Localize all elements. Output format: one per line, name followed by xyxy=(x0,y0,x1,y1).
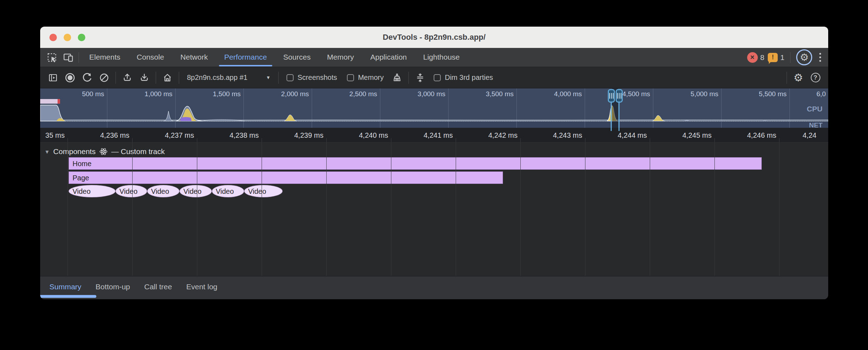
download-profile-icon[interactable] xyxy=(136,70,153,86)
dim-3rd-parties-checkbox[interactable]: Dim 3rd parties xyxy=(434,73,493,82)
component-bar-video[interactable]: Video xyxy=(212,185,244,197)
track-gridline xyxy=(68,143,68,276)
ruler-time-label: 4,24 xyxy=(803,128,816,143)
tab-sources[interactable]: Sources xyxy=(275,48,319,67)
zoom-window-button[interactable] xyxy=(78,34,85,41)
console-errors-badge[interactable]: × 8 xyxy=(747,52,765,63)
tab-console[interactable]: Console xyxy=(129,48,172,67)
checkbox-icon xyxy=(286,74,294,81)
details-tab-summary[interactable]: Summary xyxy=(42,283,89,291)
ruler-time-label: 4,240 ms xyxy=(359,128,388,143)
ruler-time-label: 4,243 ms xyxy=(553,128,582,143)
details-tab-event-log[interactable]: Event log xyxy=(179,283,225,291)
track-gridline xyxy=(650,143,650,276)
active-tab-underline xyxy=(40,295,96,298)
component-bar-video[interactable]: Video xyxy=(69,185,116,197)
collapse-triangle-icon: ▼ xyxy=(44,149,50,155)
more-options-menu[interactable] xyxy=(816,53,825,62)
ruler-tick xyxy=(779,138,779,142)
divider xyxy=(787,72,787,84)
help-icon[interactable]: ? xyxy=(807,70,824,86)
cpu-lane-label: CPU xyxy=(807,105,823,113)
collapse-sections-icon[interactable] xyxy=(412,70,429,86)
clear-button[interactable] xyxy=(96,70,113,86)
details-tab-call-tree[interactable]: Call tree xyxy=(137,283,179,291)
component-bar-video[interactable]: Video xyxy=(147,185,180,197)
divider xyxy=(408,72,409,84)
track-gridline xyxy=(132,143,133,276)
warning-count: 1 xyxy=(780,53,784,62)
performance-toolbar: 8p2n9n.csb.app #1 ▼ Screenshots Memory D… xyxy=(40,67,828,88)
memory-label: Memory xyxy=(358,73,384,82)
ruler-time-label: 4,237 ms xyxy=(165,128,194,143)
zoom-handle-left[interactable] xyxy=(608,89,615,103)
settings-button-focused[interactable]: ⚙ xyxy=(796,49,812,65)
warning-icon: ! xyxy=(768,53,778,62)
ruler-time-label: 4,244 ms xyxy=(618,128,647,143)
inspect-element-icon[interactable] xyxy=(44,50,60,65)
ruler-tick xyxy=(262,138,262,142)
close-window-button[interactable] xyxy=(49,34,57,41)
memory-checkbox[interactable]: Memory xyxy=(347,73,384,82)
track-gridline xyxy=(456,143,456,276)
ruler-tick xyxy=(391,138,391,142)
track-gridline xyxy=(326,143,327,276)
minimize-window-button[interactable] xyxy=(64,34,71,41)
component-bar-page[interactable]: Page xyxy=(69,171,503,184)
divider xyxy=(179,72,179,84)
ruler-time-label: 4,238 ms xyxy=(230,128,259,143)
details-tab-bottom-up[interactable]: Bottom-up xyxy=(89,283,137,291)
selection-right-line xyxy=(618,102,620,128)
history-select[interactable]: 8p2n9n.csb.app #1 ▼ xyxy=(182,73,275,82)
record-and-reload-button[interactable] xyxy=(79,70,96,86)
toggle-sidebar-icon[interactable] xyxy=(44,70,61,86)
track-gridline xyxy=(779,143,779,276)
collect-garbage-icon[interactable] xyxy=(389,70,406,86)
screenshots-label: Screenshots xyxy=(298,73,337,82)
desktop: DevTools - 8p2n9n.csb.app/ ElementsConso… xyxy=(0,0,868,350)
timeline-ruler[interactable]: 35 ms4,236 ms4,237 ms4,238 ms4,239 ms4,2… xyxy=(40,128,828,143)
tab-memory[interactable]: Memory xyxy=(319,48,362,67)
traffic-lights xyxy=(49,34,85,41)
component-bar-video[interactable]: Video xyxy=(116,185,147,197)
screenshots-checkbox[interactable]: Screenshots xyxy=(286,73,337,82)
tab-network[interactable]: Network xyxy=(172,48,216,67)
ruler-tick xyxy=(650,138,650,142)
custom-track-header[interactable]: ▼ Components — Custom track xyxy=(44,147,165,156)
upload-profile-icon[interactable] xyxy=(119,70,136,86)
details-tabbar: SummaryBottom-upCall treeEvent log xyxy=(40,276,828,299)
track-gridline xyxy=(262,143,262,276)
record-button[interactable] xyxy=(61,70,79,86)
divider xyxy=(790,52,791,63)
divider xyxy=(156,72,156,84)
checkbox-icon xyxy=(347,74,354,81)
tab-performance[interactable]: Performance xyxy=(216,48,275,67)
ruler-tick xyxy=(714,138,715,142)
timeline-overview[interactable]: 500 ms1,000 ms1,500 ms2,000 ms2,500 ms3,… xyxy=(40,88,828,128)
live-metrics-home-icon[interactable] xyxy=(159,70,176,86)
tab-application[interactable]: Application xyxy=(362,48,415,67)
capture-settings-gear-icon[interactable]: ⚙ xyxy=(790,70,807,86)
ruler-tick xyxy=(132,138,133,142)
atom-icon xyxy=(99,147,108,156)
details-tabs: SummaryBottom-upCall treeEvent log xyxy=(40,277,225,297)
component-bar-video[interactable]: Video xyxy=(180,185,212,197)
tab-lighthouse[interactable]: Lighthouse xyxy=(415,48,468,67)
history-selected-value: 8p2n9n.csb.app #1 xyxy=(187,73,247,82)
component-bar-home[interactable]: Home xyxy=(69,157,762,170)
flamechart-track-area: ▼ Components — Custom track HomePageVide… xyxy=(40,143,828,276)
device-toolbar-icon[interactable] xyxy=(60,50,76,65)
ruler-tick xyxy=(68,138,68,142)
divider xyxy=(79,52,79,63)
console-warnings-badge[interactable]: ! 1 xyxy=(768,53,784,62)
ruler-tick xyxy=(456,138,456,142)
zoom-handle-right[interactable] xyxy=(616,89,623,103)
tab-elements[interactable]: Elements xyxy=(81,48,129,67)
selection-notch xyxy=(611,128,612,131)
ruler-time-label: 4,245 ms xyxy=(682,128,712,143)
track-gridline xyxy=(391,143,391,276)
component-bar-video[interactable]: Video xyxy=(244,185,283,197)
divider xyxy=(116,72,116,84)
track-title: Components xyxy=(53,147,96,156)
window-title: DevTools - 8p2n9n.csb.app/ xyxy=(383,33,486,42)
